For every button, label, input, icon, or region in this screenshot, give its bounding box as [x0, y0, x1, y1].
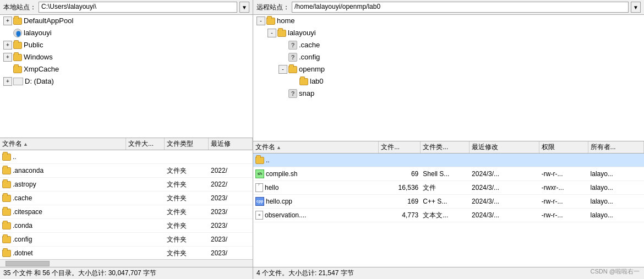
file-date-cell: 2023/	[209, 192, 253, 205]
tree-toggle[interactable]: +	[3, 53, 12, 62]
left-path-dropdown[interactable]: ▼	[239, 2, 249, 13]
right-file-name-text: compile.sh	[266, 168, 297, 179]
file-type-cell: 文件夹	[165, 233, 209, 246]
tree-toggle[interactable]: -	[256, 17, 265, 25]
file-date-cell	[209, 150, 253, 163]
right-file-type-cell: 文件	[421, 181, 470, 194]
tree-item[interactable]: ?.config	[253, 51, 644, 63]
left-file-list: 文件名 ▲ 文件大... 文件类型 最近修 ...anaconda文件夹2022…	[0, 138, 253, 259]
left-scrollbar-thumb[interactable]	[6, 261, 50, 266]
right-file-owner-cell: lalayo...	[588, 195, 644, 208]
file-list-row[interactable]: .citespace文件夹2023/	[0, 205, 253, 219]
right-file-name-cell: ..	[253, 154, 379, 167]
right-file-owner-cell: lalayo...	[588, 181, 644, 194]
right-file-perm-cell	[539, 154, 588, 167]
tree-item[interactable]: lalayouyi	[0, 27, 253, 39]
file-list-row[interactable]: .astropy文件夹2022/	[0, 178, 253, 192]
file-list-row[interactable]: ..	[0, 150, 253, 164]
file-size-cell	[126, 192, 165, 205]
file-list-row[interactable]: .anaconda文件夹2022/	[0, 164, 253, 178]
right-file-perm-cell: -rwxr-...	[539, 181, 588, 194]
folder-icon	[2, 222, 11, 229]
folder-icon	[13, 18, 22, 25]
right-col-name[interactable]: 文件名 ▲	[253, 141, 379, 153]
right-path-dropdown[interactable]: ▼	[631, 2, 641, 13]
right-file-perm-cell: -rw-r-...	[539, 167, 588, 180]
right-file-date-cell	[470, 154, 539, 167]
tree-item-label: Public	[24, 40, 43, 51]
folder-icon	[277, 30, 286, 37]
tree-toggle[interactable]: +	[3, 41, 12, 50]
tree-item[interactable]: +DefaultAppPool	[0, 15, 253, 27]
file-list-row[interactable]: .dotnet文件夹2023/	[0, 247, 253, 259]
file-type-cell: 文件夹	[165, 164, 209, 177]
right-path-input[interactable]: /home/lalayouyi/openmp/lab0	[292, 2, 629, 13]
tree-item[interactable]: ?.cache	[253, 39, 644, 51]
tree-item[interactable]: lab0	[253, 75, 644, 87]
file-type-cell: 文件夹	[165, 219, 209, 232]
right-file-type-cell	[421, 154, 470, 167]
tree-item[interactable]: -openmp	[253, 63, 644, 75]
right-file-list-header: 文件名 ▲ 文件... 文件类... 最近修改 权限 所有者...	[253, 141, 644, 154]
right-file-list-row[interactable]: hello16,536文件2024/3/...-rwxr-...lalayo..…	[253, 181, 644, 195]
left-col-size[interactable]: 文件大...	[126, 138, 165, 150]
left-col-name[interactable]: 文件名 ▲	[0, 138, 126, 150]
file-list-row[interactable]: .cache文件夹2023/	[0, 192, 253, 205]
right-file-name-text: observation....	[265, 210, 306, 221]
right-col-date[interactable]: 最近修改	[470, 141, 539, 153]
file-name-cell: .citespace	[0, 205, 126, 218]
folder-icon	[2, 195, 11, 202]
tree-item-label: XmpCache	[24, 64, 59, 75]
right-panel: 远程站点： /home/lalayouyi/openmp/lab0 ▼ -hom…	[253, 0, 644, 279]
left-path-input[interactable]: C:\Users\lalayouyi\	[39, 2, 237, 13]
tree-item[interactable]: +Windows	[0, 51, 253, 63]
tree-item[interactable]: -home	[253, 15, 644, 27]
tree-toggle[interactable]: -	[279, 65, 287, 74]
left-scrollbar-h[interactable]	[0, 259, 253, 267]
tree-item-label: DefaultAppPool	[24, 15, 73, 26]
file-name-text: .dotnet	[13, 248, 33, 259]
file-list-row[interactable]: .conda文件夹2023/	[0, 219, 253, 233]
right-file-name-cell: cpphello.cpp	[253, 195, 379, 208]
left-status-bar: 35 个文件 和 56 个目录。大小总计: 30,047,707 字节	[0, 267, 253, 279]
file-name-text: .anaconda	[13, 165, 43, 176]
file-name-cell: .astropy	[0, 178, 126, 191]
file-name-cell: .config	[0, 233, 126, 246]
right-file-list-row[interactable]: ..	[253, 154, 644, 167]
tree-toggle[interactable]: +	[3, 17, 12, 25]
user-icon	[13, 29, 22, 37]
file-date-cell: 2022/	[209, 178, 253, 191]
right-file-name-cell: hello	[253, 181, 379, 194]
sh-icon: sh	[255, 169, 264, 178]
tree-item[interactable]: -lalayouyi	[253, 27, 644, 39]
tree-toggle[interactable]: -	[268, 29, 276, 37]
folder-icon	[2, 236, 11, 243]
question-icon: ?	[288, 41, 297, 50]
file-name-text: .astropy	[13, 179, 36, 190]
file-list-row[interactable]: .config文件夹2023/	[0, 233, 253, 247]
file-type-cell: 文件夹	[165, 178, 209, 191]
tree-item-label: home	[277, 15, 295, 26]
right-col-perm[interactable]: 权限	[539, 141, 588, 153]
tree-item[interactable]: +D: (Data)	[0, 75, 253, 87]
tree-item[interactable]: ?snap	[253, 87, 644, 100]
right-file-list-row[interactable]: ≡observation....4,773文本文...2024/3/...-rw…	[253, 209, 644, 222]
right-file-name-text: ..	[266, 155, 270, 166]
right-col-owner[interactable]: 所有者...	[588, 141, 644, 153]
right-file-list-row[interactable]: shcompile.sh69Shell S...2024/3/...-rw-r-…	[253, 167, 644, 181]
file-type-cell: 文件夹	[165, 205, 209, 218]
tree-item-label: lalayouyi	[24, 28, 52, 39]
right-col-size[interactable]: 文件...	[379, 141, 421, 153]
right-col-type[interactable]: 文件类...	[421, 141, 470, 153]
tree-toggle[interactable]: +	[3, 77, 12, 86]
left-col-type[interactable]: 文件类型	[165, 138, 209, 150]
left-tree: +DefaultAppPoollalayouyi+Public+WindowsX…	[0, 15, 253, 138]
tree-item[interactable]: XmpCache	[0, 63, 253, 75]
right-file-list-row[interactable]: cpphello.cpp169C++ S...2024/3/...-rw-r-.…	[253, 195, 644, 209]
right-status-text: 4 个文件。大小总计: 21,547 字节	[256, 269, 354, 278]
left-col-date[interactable]: 最近修	[209, 138, 253, 150]
right-file-perm-cell: -rw-r-...	[539, 209, 588, 222]
file-type-cell: 文件夹	[165, 192, 209, 205]
tree-item[interactable]: +Public	[0, 39, 253, 51]
right-file-date-cell: 2024/3/...	[470, 209, 539, 222]
